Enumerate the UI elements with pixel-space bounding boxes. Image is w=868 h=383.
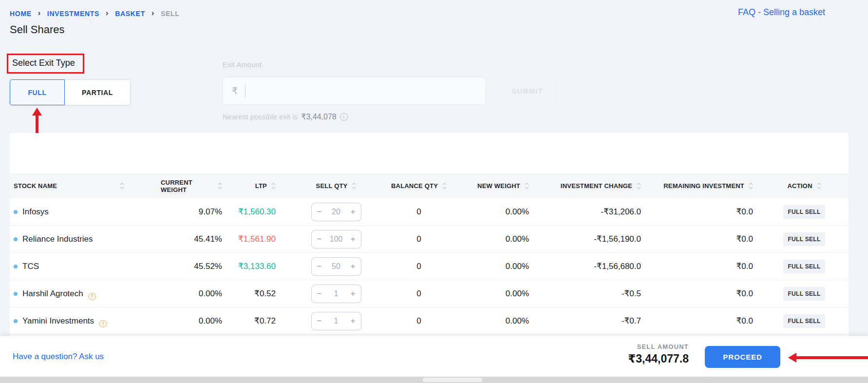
decrement-button[interactable]: − (317, 234, 322, 244)
sell-shares-page: HOME › INVESTMENTS › BASKET › SELL FAQ -… (0, 0, 868, 383)
decrement-button[interactable]: − (317, 289, 322, 299)
increment-button[interactable]: + (351, 207, 356, 217)
increment-button[interactable]: + (351, 234, 356, 244)
column-header-new-weight[interactable]: NEW WEIGHT (448, 182, 536, 190)
warning-icon[interactable]: ! (89, 293, 96, 300)
text-cursor (245, 85, 245, 97)
stock-name-cell: Harshil Agrotech ! (10, 287, 161, 300)
column-header-ltp[interactable]: LTP (229, 182, 283, 190)
decrement-button[interactable]: − (317, 316, 322, 326)
breadcrumb: HOME › INVESTMENTS › BASKET › SELL (10, 10, 180, 18)
quantity-stepper[interactable]: − 20 + (311, 203, 361, 221)
decrement-button[interactable]: − (317, 207, 322, 217)
investment-change-value: -₹31,206.0 (536, 207, 648, 217)
faq-link[interactable]: FAQ - Selling a basket (738, 7, 825, 18)
sort-icon[interactable] (637, 183, 641, 189)
stock-name-cell: Infosys (10, 207, 161, 217)
exit-amount-field[interactable]: ₹ (223, 77, 486, 105)
exit-type-label: Select Exit Type (12, 58, 75, 68)
column-header-remaining-investment[interactable]: REMAINING INVESTMENT (648, 182, 760, 190)
warning-icon[interactable]: ! (99, 320, 107, 327)
new-weight-value: 0.00% (448, 289, 536, 299)
info-icon[interactable]: i (340, 113, 348, 121)
chevron-right-icon: › (151, 9, 154, 18)
increment-button[interactable]: + (351, 289, 356, 299)
stock-name: Yamini Investments (22, 316, 94, 326)
quantity-stepper[interactable]: − 1 + (311, 285, 361, 303)
exit-type-partial-button[interactable]: PARTIAL (65, 79, 131, 105)
sort-icon[interactable] (120, 183, 124, 189)
stock-name-cell: Yamini Investments ! (10, 314, 161, 327)
sort-icon[interactable] (352, 183, 356, 189)
exit-type-full-button[interactable]: FULL (10, 79, 65, 105)
breadcrumb-basket[interactable]: BASKET (115, 10, 145, 18)
remaining-investment-value: ₹0.0 (648, 207, 760, 217)
increment-button[interactable]: + (351, 316, 356, 326)
new-weight-value: 0.00% (448, 207, 536, 217)
sell-amount-label: SELL AMOUNT (628, 343, 689, 350)
column-header-current-weight[interactable]: CURRENT WEIGHT (161, 179, 229, 193)
breadcrumb-home[interactable]: HOME (10, 10, 32, 18)
proceed-button[interactable]: PROCEED (705, 346, 780, 368)
decrement-button[interactable]: − (317, 262, 322, 271)
quantity-stepper[interactable]: − 50 + (311, 257, 361, 276)
balance-qty-value: 0 (390, 262, 448, 271)
current-weight-value: 9.07% (161, 207, 229, 217)
page-title: Sell Shares (10, 23, 65, 36)
ltp-value: ₹0.72 (229, 316, 283, 326)
sort-icon[interactable] (218, 183, 222, 189)
stock-name: Infosys (22, 207, 49, 217)
footer-bar: Have a question? Ask us SELL AMOUNT ₹3,4… (0, 336, 868, 377)
stock-dot-icon (14, 319, 18, 323)
stock-name: Reliance Industries (22, 234, 93, 244)
new-weight-value: 0.00% (448, 234, 536, 244)
sort-icon[interactable] (817, 183, 821, 189)
stock-dot-icon (14, 210, 18, 214)
stock-name-cell: Reliance Industries (10, 234, 161, 244)
quantity-stepper[interactable]: − 100 + (311, 230, 361, 249)
horizontal-scrollbar[interactable] (0, 377, 868, 383)
sort-icon[interactable] (749, 183, 753, 189)
increment-button[interactable]: + (351, 262, 356, 271)
full-sell-badge[interactable]: FULL SELL (783, 205, 825, 219)
current-weight-value: 45.52% (161, 262, 229, 271)
sell-amount-block: SELL AMOUNT ₹3,44,077.8 (628, 343, 689, 365)
sort-icon[interactable] (442, 183, 447, 189)
investment-change-value: -₹0.5 (536, 288, 648, 299)
table-row: Reliance Industries 45.41% ₹1,561.90 − 1… (10, 226, 849, 253)
sell-qty-value: 20 (332, 208, 340, 216)
full-sell-badge[interactable]: FULL SELL (783, 287, 825, 301)
quantity-stepper[interactable]: − 1 + (311, 312, 361, 330)
stock-dot-icon (14, 265, 18, 268)
breadcrumb-investments[interactable]: INVESTMENTS (47, 10, 99, 18)
sort-icon[interactable] (525, 183, 529, 189)
new-weight-value: 0.00% (448, 316, 536, 326)
table-body: Infosys 9.07% ₹1,560.30 − 20 + 0 0.00% -… (10, 198, 849, 335)
investment-change-value: -₹0.7 (536, 316, 648, 326)
full-sell-badge[interactable]: FULL SELL (783, 314, 825, 328)
stock-dot-icon (14, 292, 18, 296)
column-header-stock-name[interactable]: STOCK NAME (10, 182, 161, 190)
column-header-action[interactable]: ACTION (760, 182, 849, 190)
exit-amount-label: Exit Amount (223, 60, 262, 69)
sell-amount-value: ₹3,44,077.8 (628, 352, 689, 365)
ask-us-link[interactable]: Have a question? Ask us (13, 352, 104, 362)
submit-button[interactable]: SUBMIT (500, 78, 555, 104)
sell-qty-value: 50 (332, 262, 340, 271)
full-sell-badge[interactable]: FULL SELL (783, 232, 825, 246)
hint-amount: ₹3,44,078 (301, 112, 336, 121)
exit-type-segment: FULL PARTIAL (10, 79, 131, 105)
balance-qty-value: 0 (390, 289, 448, 299)
column-header-investment-change[interactable]: INVESTMENT CHANGE (536, 182, 648, 190)
sort-icon[interactable] (271, 183, 276, 189)
red-annotation-box: Select Exit Type (7, 54, 84, 74)
column-header-sell-qty[interactable]: SELL QTY (283, 182, 390, 190)
ltp-value: ₹0.52 (229, 288, 283, 299)
ltp-value: ₹1,561.90 (229, 234, 283, 244)
current-weight-value: 0.00% (161, 316, 229, 326)
full-sell-badge[interactable]: FULL SELL (783, 260, 825, 273)
scrollbar-thumb[interactable] (423, 378, 482, 382)
column-header-balance-qty[interactable]: BALANCE QTY (390, 182, 448, 190)
balance-qty-value: 0 (390, 316, 448, 326)
remaining-investment-value: ₹0.0 (648, 288, 760, 299)
